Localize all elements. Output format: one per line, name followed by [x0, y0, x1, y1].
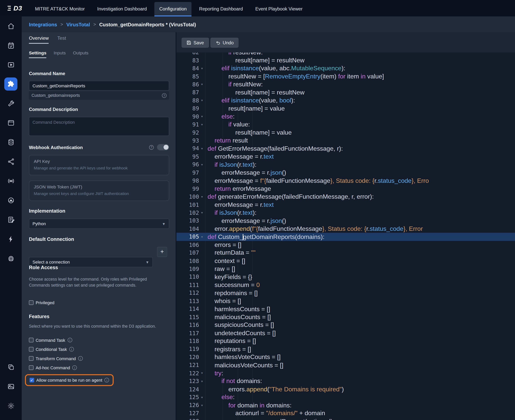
code-line[interactable]: 96▾ if isJson(r.text):: [176, 161, 515, 168]
code-line[interactable]: 118 reputations = []: [176, 337, 515, 345]
code-line[interactable]: 101 errorMessage = r.text: [176, 201, 515, 209]
database-icon[interactable]: [4, 135, 17, 149]
code-line[interactable]: 127 actionurl = "/domains/" + domain: [176, 409, 515, 417]
help-icon[interactable]: ?: [162, 93, 167, 98]
code-editor[interactable]: 82 if resultNew:83 result[name] = result…: [176, 52, 515, 420]
help-icon[interactable]: ?: [149, 145, 154, 150]
code-line[interactable]: 99 return errorMessage: [176, 185, 515, 193]
code-line[interactable]: 91▾ if value:: [176, 120, 515, 128]
feature-command-task[interactable]: Command Taski: [29, 338, 114, 343]
code-line[interactable]: 88▾ elif isinstance(value, bool):: [176, 97, 515, 104]
fold-caret-icon[interactable]: ▾: [199, 379, 205, 383]
code-line[interactable]: 114 harmlessCounts = []: [176, 305, 515, 313]
code-line[interactable]: 82 if resultNew:: [176, 52, 515, 56]
code-line[interactable]: 83 result[name] = resultNew: [176, 56, 515, 64]
code-line[interactable]: 93 return result: [176, 136, 515, 144]
tab-settings[interactable]: Settings: [29, 51, 46, 58]
jwt-card[interactable]: JSON Web Token (JWT) Manage secret keys …: [29, 180, 169, 201]
breadcrumb-integrations[interactable]: Integrations: [29, 22, 57, 27]
code-line[interactable]: 89 result[name] = value: [176, 104, 515, 112]
code-line[interactable]: 86▾ if resultNew:: [176, 80, 515, 88]
fold-caret-icon[interactable]: ▾: [199, 123, 205, 126]
code-line[interactable]: 105▾def Custom_getDomainReports(domains)…: [176, 233, 515, 241]
fold-caret-icon[interactable]: ▾: [199, 395, 205, 399]
feature-ad-hoc-command[interactable]: Ad-hoc Commandi: [29, 365, 114, 370]
broadcast-icon[interactable]: [4, 174, 17, 188]
code-line[interactable]: 113 whois = []: [176, 297, 515, 305]
api-key-card[interactable]: API Key Manage and generate the API keys…: [29, 155, 169, 175]
breadcrumb-virustotal[interactable]: VirusTotal: [66, 22, 90, 27]
fold-caret-icon[interactable]: ▾: [199, 371, 205, 375]
webhook-auth-toggle[interactable]: [157, 144, 169, 150]
nav-tab-event-playbook-viewer[interactable]: Event Playbook Viewer: [250, 2, 307, 16]
gear-icon[interactable]: [4, 399, 17, 412]
feature-transform-command[interactable]: Transform Commandi: [29, 356, 114, 361]
feature-conditional-task[interactable]: Conditional Taski: [29, 347, 114, 352]
code-line[interactable]: 124 errors.append("The Domains is requir…: [176, 385, 515, 393]
code-line[interactable]: 95 errorMessage = r.text: [176, 153, 515, 161]
checkbox[interactable]: [29, 347, 33, 352]
fold-caret-icon[interactable]: ▾: [199, 211, 205, 215]
code-line[interactable]: 116 suspiciousCounts = []: [176, 321, 515, 329]
code-line[interactable]: 100▾def generateErrorMessage(failedFunct…: [176, 193, 515, 201]
code-line[interactable]: 84▾ elif isinstance(value, abc.MutableSe…: [176, 64, 515, 72]
tab-inputs[interactable]: Inputs: [54, 51, 66, 58]
code-line[interactable]: 121 maliciousVoteCounts = []: [176, 361, 515, 369]
code-line[interactable]: 125▾ else:: [176, 393, 515, 401]
video-icon[interactable]: [4, 58, 17, 71]
implementation-select[interactable]: Python ▼: [29, 219, 169, 229]
code-line[interactable]: 92 result[name] = value: [176, 128, 515, 136]
nav-tab-investigation-dashboard[interactable]: Investigation Dashboard: [92, 2, 152, 16]
code-line[interactable]: 108 context = []: [176, 257, 515, 265]
fold-caret-icon[interactable]: ▾: [199, 163, 205, 166]
privileged-checkbox-row[interactable]: Privileged: [29, 300, 54, 305]
network-icon[interactable]: [4, 155, 17, 168]
disc-icon[interactable]: [4, 194, 17, 207]
tab-outputs[interactable]: Outputs: [73, 51, 88, 58]
add-connection-button[interactable]: +: [157, 247, 167, 257]
fold-caret-icon[interactable]: ▾: [199, 98, 205, 102]
fold-caret-icon[interactable]: ▾: [199, 115, 205, 118]
privileged-checkbox[interactable]: [29, 300, 33, 305]
code-line[interactable]: 122▾ try:: [176, 369, 515, 377]
code-line[interactable]: 97 errorMessage = r.json(): [176, 169, 515, 177]
code-line[interactable]: 90▾ else:: [176, 112, 515, 120]
home-icon[interactable]: [4, 19, 17, 32]
code-line[interactable]: 94▾def GetErrorMessage(failedFunctionMes…: [176, 144, 515, 152]
code-line[interactable]: 106 errors = []: [176, 241, 515, 249]
code-line[interactable]: 103 errorMessage = r.json(): [176, 217, 515, 225]
feature-allow-command-to-be-run-on-agent[interactable]: ✓Allow command to be run on agenti: [30, 377, 109, 383]
media-icon[interactable]: [4, 380, 17, 393]
lightning-icon[interactable]: [4, 232, 17, 246]
fold-caret-icon[interactable]: ▾: [199, 82, 205, 86]
nav-tab-reporting-dashboard[interactable]: Reporting Dashboard: [194, 2, 248, 16]
info-icon[interactable]: i: [69, 347, 74, 352]
nav-tab-mitre-att-ck-monitor[interactable]: MITRE ATT&CK Monitor: [30, 2, 90, 16]
fold-caret-icon[interactable]: ▾: [199, 235, 205, 239]
fold-caret-icon[interactable]: ▾: [199, 67, 205, 70]
code-line[interactable]: 115 maliciousCounts = []: [176, 313, 515, 321]
fold-caret-icon[interactable]: ▾: [199, 195, 205, 198]
undo-button[interactable]: Undo: [211, 38, 239, 48]
code-line[interactable]: 111 successnum = 0: [176, 281, 515, 289]
code-line[interactable]: 107 returnData = "": [176, 249, 515, 257]
checkbox[interactable]: [29, 356, 33, 361]
tools-icon[interactable]: [4, 97, 17, 110]
code-line[interactable]: 85 resultNew = [RemoveEmptyEntry(item) f…: [176, 72, 515, 80]
code-line[interactable]: 87 result[name] = resultNew: [176, 88, 515, 96]
fold-caret-icon[interactable]: ▾: [199, 403, 205, 407]
info-icon[interactable]: i: [67, 338, 72, 342]
save-button[interactable]: Save: [182, 38, 209, 48]
code-line[interactable]: 104 error.append(f"{failedFunctionMessag…: [176, 225, 515, 233]
form-icon[interactable]: [4, 213, 17, 226]
tab-test[interactable]: Test: [57, 35, 66, 44]
checkbox[interactable]: [29, 338, 33, 342]
info-icon[interactable]: i: [105, 378, 109, 382]
fold-caret-icon[interactable]: ▾: [199, 147, 205, 150]
code-line[interactable]: 126▾ for domain in domains:: [176, 401, 515, 409]
nav-tab-configuration[interactable]: Configuration: [154, 2, 192, 16]
command-description-input[interactable]: [29, 117, 169, 136]
checkbox[interactable]: [29, 365, 33, 370]
code-line[interactable]: 123▾ if not domains:: [176, 377, 515, 385]
code-line[interactable]: 109 raw = []: [176, 265, 515, 273]
